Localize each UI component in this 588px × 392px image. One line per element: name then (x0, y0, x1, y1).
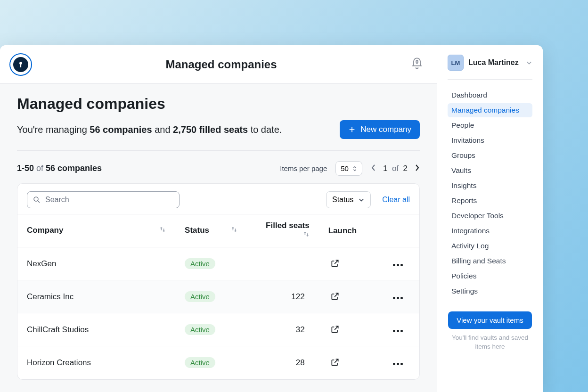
status-badge: Active (185, 291, 215, 302)
cell-seats: 32 (247, 313, 318, 346)
row-actions-button[interactable] (391, 295, 406, 301)
cell-actions (381, 280, 419, 313)
launch-button[interactable] (328, 290, 342, 303)
chevron-down-icon (358, 196, 365, 203)
page-title: Managed companies (17, 95, 420, 113)
cell-company: ChillCraft Studios (17, 313, 175, 346)
next-page-button[interactable] (414, 163, 420, 174)
app-window: Managed companies 0 Managed companies Yo… (0, 45, 543, 392)
cell-company: Ceramics Inc (17, 280, 175, 313)
cell-status: Active (175, 280, 247, 313)
sort-icon (159, 226, 166, 233)
status-filter[interactable]: Status (326, 191, 371, 208)
external-link-icon (330, 292, 340, 301)
nav-item-dashboard[interactable]: Dashboard (448, 88, 532, 102)
cell-launch (319, 313, 381, 346)
cell-company: NexGen (17, 247, 175, 280)
main-panel: Managed companies 0 Managed companies Yo… (0, 45, 437, 392)
cell-launch (319, 346, 381, 379)
external-link-icon (330, 325, 340, 334)
table-row: ChillCraft StudiosActive32 (17, 313, 419, 346)
notifications-button[interactable]: 0 (410, 57, 424, 72)
col-header-actions (381, 214, 419, 247)
row-actions-button[interactable] (391, 262, 406, 268)
nav-item-groups[interactable]: Groups (448, 148, 532, 163)
svg-point-0 (34, 197, 38, 201)
col-header-seats[interactable]: Filled seats (247, 214, 318, 247)
status-badge: Active (185, 357, 215, 368)
nav-item-invitations[interactable]: Invitations (448, 133, 532, 147)
sidebar: LM Luca Martinez DashboardManaged compan… (437, 45, 543, 392)
launch-button[interactable] (328, 356, 342, 369)
nav-item-reports[interactable]: Reports (448, 194, 532, 208)
nav-list: DashboardManaged companiesPeopleInvitati… (448, 88, 532, 298)
header-title: Managed companies (32, 58, 410, 71)
cell-actions (381, 346, 419, 379)
cell-seats: 122 (247, 280, 318, 313)
cell-status: Active (175, 346, 247, 379)
user-name: Luca Martinez (468, 58, 519, 67)
chevron-right-icon (414, 163, 420, 172)
companies-table-card: Status Clear all Company (17, 183, 420, 380)
col-header-status[interactable]: Status (175, 214, 247, 247)
row-actions-button[interactable] (391, 328, 406, 334)
new-company-button[interactable]: New company (340, 120, 420, 139)
table-row: Horizon CreationsActive28 (17, 346, 419, 379)
external-link-icon (330, 259, 340, 268)
items-per-page-label: Items per page (280, 164, 327, 172)
external-link-icon (330, 358, 340, 367)
status-badge: Active (185, 258, 215, 269)
row-actions-button[interactable] (391, 361, 406, 367)
notifications-count: 0 (410, 59, 424, 65)
nav-item-integrations[interactable]: Integrations (448, 224, 532, 238)
nav-item-settings[interactable]: Settings (448, 284, 532, 298)
app-logo[interactable] (9, 53, 32, 76)
cell-seats: 28 (247, 346, 318, 379)
cell-status: Active (175, 247, 247, 280)
col-header-launch: Launch (319, 214, 381, 247)
status-badge: Active (185, 324, 215, 335)
cell-status: Active (175, 313, 247, 346)
plus-icon (348, 126, 356, 133)
table-row: Ceramics IncActive122 (17, 280, 419, 313)
launch-button[interactable] (328, 257, 342, 270)
companies-table: Company Status Filled seats (17, 214, 419, 379)
col-header-company[interactable]: Company (17, 214, 175, 247)
stepper-icon (352, 165, 357, 172)
page-indicator: 1 of 2 (383, 164, 408, 173)
nav-item-vaults[interactable]: Vaults (448, 163, 532, 178)
items-per-page-select[interactable]: 50 (335, 161, 362, 176)
cell-actions (381, 247, 419, 280)
cell-company: Horizon Creations (17, 346, 175, 379)
sort-icon (231, 226, 237, 233)
avatar: LM (448, 55, 464, 71)
cell-actions (381, 313, 419, 346)
vault-hint: You'll find vaults and saved items here (448, 334, 532, 351)
keyhole-icon (16, 60, 25, 69)
nav-item-activity-log[interactable]: Activity Log (448, 239, 532, 253)
table-row: NexGenActive (17, 247, 419, 280)
nav-item-managed-companies[interactable]: Managed companies (448, 103, 532, 117)
nav-item-people[interactable]: People (448, 118, 532, 132)
launch-button[interactable] (328, 323, 342, 336)
search-input[interactable] (27, 191, 180, 208)
cell-seats (247, 247, 318, 280)
user-menu[interactable]: LM Luca Martinez (448, 55, 532, 80)
cell-launch (319, 247, 381, 280)
view-vault-button[interactable]: View your vault items (448, 311, 531, 329)
nav-item-billing-and-seats[interactable]: Billing and Seats (448, 254, 532, 268)
chevron-left-icon (371, 163, 376, 172)
nav-item-developer-tools[interactable]: Developer Tools (448, 209, 532, 223)
nav-item-insights[interactable]: Insights (448, 179, 532, 193)
search-icon (33, 196, 41, 204)
header-bar: Managed companies 0 (0, 45, 437, 84)
cell-launch (319, 280, 381, 313)
clear-all-button[interactable]: Clear all (382, 196, 410, 204)
nav-item-policies[interactable]: Policies (448, 269, 532, 283)
summary-text: You're managing 56 companies and 2,750 f… (17, 124, 282, 135)
sort-icon (303, 230, 310, 238)
prev-page-button[interactable] (371, 163, 376, 174)
chevron-down-icon (526, 59, 532, 66)
result-range: 1-50 of 56 companies (17, 163, 102, 173)
